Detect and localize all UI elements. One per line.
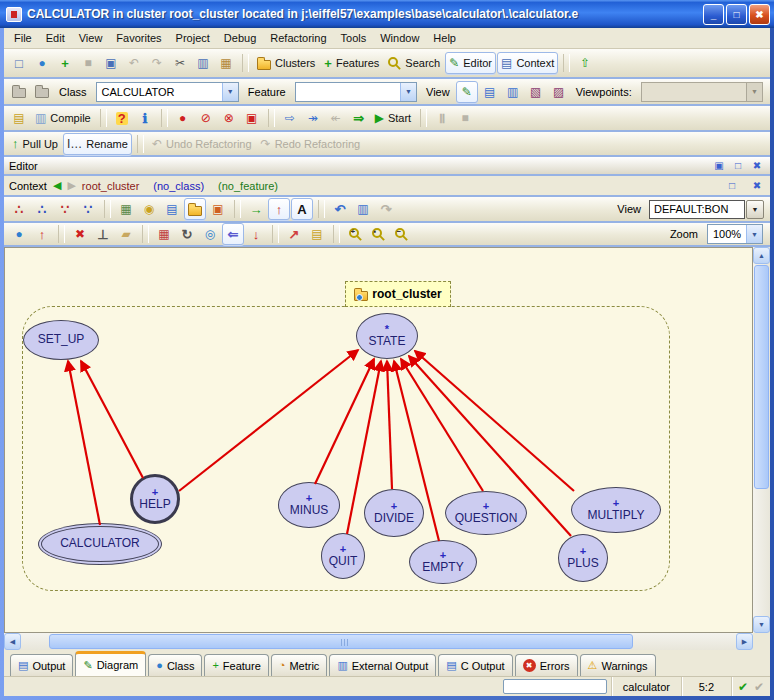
feature-combobox-dropdown-icon[interactable]: ▼	[400, 83, 416, 101]
copy-button[interactable]: ▥	[192, 52, 214, 74]
menu-window[interactable]: Window	[373, 30, 426, 46]
client-supplier-mode-button[interactable]: →	[245, 198, 267, 220]
zoom-fit-button[interactable]: ▪	[367, 223, 389, 245]
show-clusters-button[interactable]: ●	[8, 223, 30, 245]
pull-up-button[interactable]: ↑Pull Up	[8, 133, 62, 155]
diagram-notes-button[interactable]: ▤	[306, 223, 328, 245]
menu-file[interactable]: File	[7, 30, 39, 46]
class-node-plus[interactable]: +PLUS	[558, 534, 608, 582]
breakpoint-remove-button[interactable]: ⊗	[218, 107, 240, 129]
context-crumb[interactable]: (no_class)	[153, 180, 204, 192]
send-to-external-button[interactable]: ⇧	[574, 52, 596, 74]
new-window-button[interactable]: □	[8, 52, 30, 74]
scroll-left-icon[interactable]: ◀	[4, 633, 21, 650]
close-button[interactable]: ✖	[749, 4, 770, 25]
diagram-view-dropdown-icon[interactable]: ▼	[746, 200, 764, 219]
tab-external-output[interactable]: ▥External Output	[329, 654, 436, 676]
class-node-quit[interactable]: +QUIT	[321, 533, 365, 579]
class-node-help[interactable]: +HELP	[130, 474, 180, 524]
menu-refactoring[interactable]: Refactoring	[263, 30, 333, 46]
editor-toggle-button[interactable]: ✎Editor	[445, 52, 496, 74]
tab-class[interactable]: ●Class	[148, 654, 202, 676]
delete-item-button[interactable]: ✖	[69, 223, 91, 245]
view-formatted-button[interactable]: ▤	[479, 81, 501, 103]
tab-diagram[interactable]: ✎Diagram	[75, 651, 146, 676]
class-check-icon[interactable]: ✔	[738, 680, 748, 694]
create-class-button[interactable]: ∴	[8, 198, 30, 220]
link-to-point-button[interactable]: ↗	[283, 223, 305, 245]
context-close-icon[interactable]: ✖	[749, 179, 765, 193]
create-cluster-button[interactable]: ∴	[31, 198, 53, 220]
class-combobox[interactable]: CALCULATOR ▼	[96, 82, 239, 102]
view-clients-button[interactable]: ▧	[525, 81, 547, 103]
feature-combobox[interactable]: ▼	[295, 82, 417, 102]
show-inheritance-button[interactable]: ↑	[31, 223, 53, 245]
context-toggle-button[interactable]: ▤Context	[497, 52, 558, 74]
class-node-empty[interactable]: +EMPTY	[409, 540, 477, 584]
feature-check-icon[interactable]: ✔	[754, 680, 764, 694]
create-inheritance-link-button[interactable]: ∵	[77, 198, 99, 220]
menu-view[interactable]: View	[72, 30, 110, 46]
align-items-button[interactable]: ↓	[245, 223, 267, 245]
tab-c-output[interactable]: ▤C Output	[438, 654, 512, 676]
menu-edit[interactable]: Edit	[39, 30, 72, 46]
search-button[interactable]: Search	[384, 52, 444, 74]
class-node-state[interactable]: *STATE	[356, 313, 418, 359]
horizontal-scrollbar[interactable]: ◀ ▶	[4, 633, 753, 650]
rotate-view-button[interactable]: ↻	[176, 223, 198, 245]
run-to-cursor-button[interactable]: ⇒	[348, 107, 370, 129]
fit-to-window-button[interactable]: ⇐	[222, 223, 244, 245]
save-all-button[interactable]: ▣	[100, 52, 122, 74]
status-input[interactable]	[503, 679, 607, 694]
editor-close-icon[interactable]: ✖	[749, 159, 765, 173]
paste-button[interactable]: ▦	[215, 52, 237, 74]
step-over-button[interactable]: ↠	[302, 107, 324, 129]
features-button[interactable]: +Features	[320, 52, 383, 74]
cluster-hierarchy-button[interactable]	[184, 198, 206, 220]
editor-float-icon[interactable]: ▣	[711, 159, 727, 173]
class-node-multiply[interactable]: +MULTIPLY	[571, 487, 661, 533]
uml-view-button[interactable]: ▤	[161, 198, 183, 220]
zoom-out-button[interactable]: −	[390, 223, 412, 245]
class-node-minus[interactable]: +MINUS	[278, 482, 340, 528]
scroll-right-icon[interactable]: ▶	[736, 633, 753, 650]
project-info-button[interactable]: ℹ	[134, 107, 156, 129]
diagram-properties-button[interactable]: ▥	[352, 198, 374, 220]
view-suppliers-button[interactable]: ▨	[548, 81, 570, 103]
view-editor-button[interactable]: ✎	[456, 81, 478, 103]
context-crumb[interactable]: (no_feature)	[218, 180, 278, 192]
maximize-button[interactable]: □	[726, 4, 747, 25]
start-button[interactable]: ▶Start	[371, 107, 415, 129]
center-diagram-button[interactable]: ◎	[199, 223, 221, 245]
menu-favorites[interactable]: Favorites	[109, 30, 168, 46]
vertical-scrollbar[interactable]: ▲ ▼	[753, 247, 770, 633]
tab-warnings[interactable]: ⚠Warnings	[580, 654, 656, 676]
context-back-icon[interactable]: ◀	[53, 179, 61, 192]
horizontal-scroll-thumb[interactable]	[49, 634, 633, 649]
color-properties-button[interactable]: ▦	[153, 223, 175, 245]
breakpoint-disable-button[interactable]: ⊘	[195, 107, 217, 129]
menu-help[interactable]: Help	[426, 30, 463, 46]
scroll-down-icon[interactable]: ▼	[753, 616, 770, 633]
breakpoints-tool-button[interactable]: ▣	[241, 107, 263, 129]
text-label-mode-button[interactable]: A	[291, 198, 313, 220]
tab-feature[interactable]: +Feature	[204, 654, 268, 676]
class-node-calculator[interactable]: CALCULATOR	[41, 526, 159, 562]
class-node-set_up[interactable]: SET_UP	[23, 320, 99, 360]
class-combobox-dropdown-icon[interactable]: ▼	[222, 83, 238, 101]
quick-melt-button[interactable]: ?	[111, 107, 133, 129]
class-node-question[interactable]: +QUESTION	[445, 491, 527, 535]
cluster-label[interactable]: root_cluster	[345, 281, 451, 307]
open-file-button[interactable]: ●	[31, 52, 53, 74]
breakpoint-toggle-button[interactable]: ●	[172, 107, 194, 129]
inheritance-mode-button[interactable]: ↑	[268, 198, 290, 220]
tab-errors[interactable]: ✖Errors	[515, 654, 578, 676]
export-document-button[interactable]: ◉	[138, 198, 160, 220]
compile-button[interactable]: ▥Compile	[31, 107, 95, 129]
create-client-link-button[interactable]: ∵	[54, 198, 76, 220]
editor-maximize-icon[interactable]: □	[730, 159, 746, 173]
erase-item-button[interactable]: ▰	[115, 223, 137, 245]
tab-metric[interactable]: ◔Metric	[271, 654, 328, 676]
class-hierarchy-button[interactable]: ▣	[207, 198, 229, 220]
menu-debug[interactable]: Debug	[217, 30, 263, 46]
